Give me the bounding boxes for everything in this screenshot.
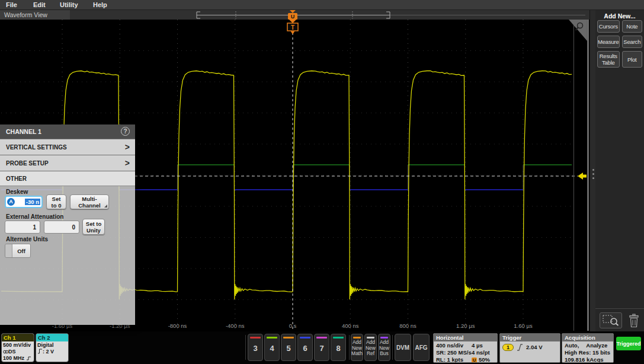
menu-help[interactable]: Help [93,1,107,8]
multi-channel-button[interactable]: Multi- Channel [70,194,109,209]
other-section-row[interactable]: OTHER [0,171,135,186]
time-axis-label: 1.60 µs [514,323,533,329]
add-cursors-button[interactable]: Cursors [597,20,620,33]
time-axis-label: -800 ns [168,323,187,329]
horizontal-position: U50% [472,356,490,363]
add-plot-button[interactable]: Plot [622,51,642,68]
channel-color-stripe [300,337,310,339]
zoom-area-icon [602,314,620,327]
sidebar-divider [595,308,644,309]
trigger-source-badge: 1 [502,344,514,351]
vertical-settings-label: VERTICAL SETTINGS [6,144,67,151]
acq-count: 109.816 kAcqs [565,356,611,363]
probe-icon [3,350,8,354]
channel-button-8[interactable]: 8 [331,334,346,361]
bottom-bar: Ch 1 500 mV/div DS 100 MHz Ch 2 [0,331,644,364]
panel-splitter[interactable] [589,10,595,331]
rising-edge-icon [517,343,523,351]
color-stripe [353,337,361,339]
acquisition-panel[interactable]: Acquisition Auto, Analyze High Res: 15 b… [562,333,614,363]
trigger-panel-title: Trigger [500,334,560,341]
channel-color-stripe [316,337,327,339]
divider [392,335,393,360]
horizontal-overview-strip[interactable]: U [0,10,589,20]
channel-button-3[interactable]: 3 [248,334,263,361]
add-measure-button[interactable]: Measure [597,36,620,48]
acq-resolution: High Res: 15 bits [565,349,611,356]
trash-icon [628,314,640,328]
chevron-right-icon: > [125,139,130,155]
divider [245,335,246,360]
channel-1-badge-header: Ch 1 [2,334,34,341]
add-note-button[interactable]: Note [622,20,642,33]
position-u-icon: U [472,357,477,363]
add-new-bus-button[interactable]: Add New Bus [378,334,390,361]
menu-edit[interactable]: Edit [33,1,46,8]
acq-analyze: Analyze [586,342,607,349]
trash-button[interactable] [626,312,642,328]
menu-utility[interactable]: Utility [60,1,78,8]
svg-text:U: U [291,14,295,20]
attenuation-db-input[interactable]: 0 [44,221,79,234]
add-new-ref-button[interactable]: Add New Ref [364,334,377,361]
trigger-position-marker[interactable]: T [287,20,298,34]
help-icon[interactable]: ? [121,127,130,136]
channel-button-7[interactable]: 7 [314,334,329,361]
ch2-threshold: : 2 V [37,349,67,355]
channel-2-badge[interactable]: Ch 2 Digital : 2 V [36,333,69,362]
set-to-unity-button[interactable]: Set to Unity [82,219,105,235]
deskew-input[interactable]: A -30 n [5,196,43,208]
vertical-settings-row[interactable]: VERTICAL SETTINGS > [0,139,135,155]
dvm-button[interactable]: DVM [395,334,411,361]
divider [349,335,350,360]
set-to-0-button[interactable]: Set to 0 [46,194,66,209]
acquisition-panel-title: Acquisition [562,334,613,341]
time-axis-label: -400 ns [226,323,245,329]
deskew-label: Deskew [6,189,28,195]
other-section-body: Deskew A -30 n Set to 0 Multi- Channel E… [0,186,135,325]
time-axis-label: 400 ns [342,323,359,329]
color-stripe [380,337,388,339]
add-results-table-button[interactable]: Results Table [597,51,620,68]
horizontal-panel[interactable]: Horizontal 400 ns/div4 µs SR: 250 MS/s4 … [433,333,498,363]
channel-button-6[interactable]: 6 [297,334,313,361]
ch1-bandwidth: 100 MHz [3,355,33,362]
svg-text:T: T [291,24,294,31]
triggered-status[interactable]: Triggered [616,337,641,350]
channel-color-stripe [250,337,261,339]
overview-trigger-marker[interactable]: U [288,10,297,20]
time-axis-label: 800 ns [399,323,416,329]
channel-dialog-title: CHANNEL 1 [6,128,41,135]
bandwidth-icon [26,356,31,360]
channel-button-4[interactable]: 4 [264,334,280,361]
alternate-units-label: Alternate Units [6,236,48,242]
trigger-panel[interactable]: Trigger 1 2.04 V [499,333,560,363]
menu-file[interactable]: File [6,1,17,8]
channel-2-badge-body: Digital : 2 V [36,341,68,356]
add-new-button-grid: Cursors Note Measure Search Results Tabl… [597,20,642,68]
channel-button-5[interactable]: 5 [281,334,296,361]
expand-corner-icon [104,205,107,207]
add-new-math-button[interactable]: Add New Math [351,334,363,361]
add-search-button[interactable]: Search [622,36,642,48]
channel-color-stripe [283,337,294,339]
horizontal-panel-title: Horizontal [434,334,497,341]
alternate-units-toggle[interactable]: Off [5,244,31,258]
sample-interval: 4 ns/pt [472,349,490,356]
acquisition-panel-body: Auto, Analyze High Res: 15 bits 109.816 … [562,341,613,363]
zoom-area-button[interactable] [600,312,622,328]
afg-button[interactable]: AFG [413,334,430,361]
attenuation-ratio-input[interactable]: 1 [5,221,40,234]
deskew-value: -30 n [25,199,40,205]
channel-1-badge[interactable]: Ch 1 500 mV/div DS 100 MHz [1,333,34,362]
channel-2-badge-header: Ch 2 [36,334,68,341]
horizontal-panel-body: 400 ns/div4 µs SR: 250 MS/s4 ns/pt RL: 1… [434,341,497,363]
corner-zoom-handle[interactable] [569,20,587,41]
channel-dialog-header[interactable]: CHANNEL 1 ? [0,124,135,139]
probe-setup-row[interactable]: PROBE SETUP > [0,155,135,171]
channel-color-stripe [333,337,344,339]
trigger-level-arrow[interactable] [578,173,587,180]
horizontal-scale: 400 ns/div [436,342,472,349]
splitter-dot [592,173,594,175]
add-new-title: Add New... [595,12,644,20]
